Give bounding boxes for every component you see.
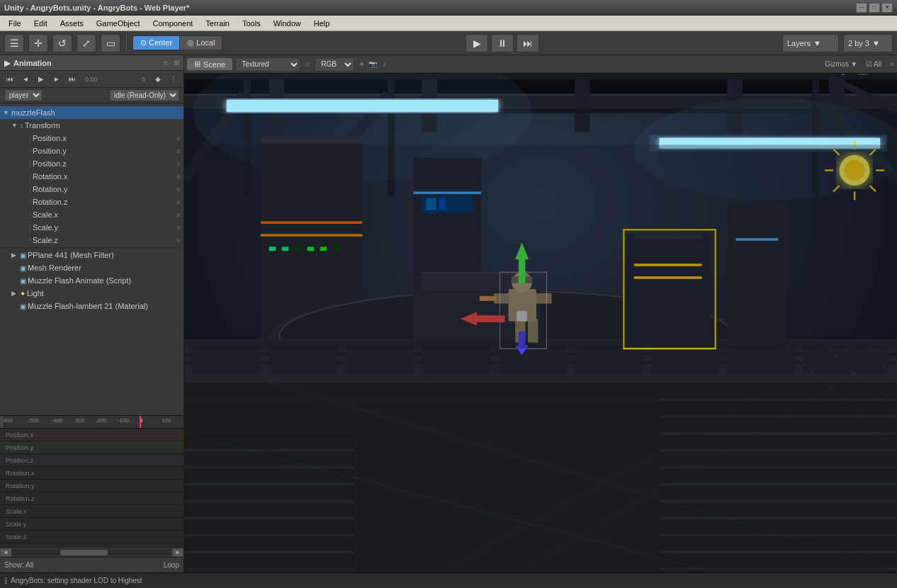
timeline-scrollbar[interactable]: ◄ ► [0, 547, 184, 557]
tree-toggle-light: ▶ [11, 290, 20, 297]
tree-item-scalez[interactable]: └ Scale.z ≡ [0, 234, 184, 247]
tree-item-positionz[interactable]: │ Position.z ≡ [0, 157, 184, 170]
minimize-button[interactable]: ─ [856, 3, 867, 13]
tree-toggle-transform: ▼ [11, 122, 20, 129]
panel-expand-icon[interactable]: ⊞ [174, 59, 179, 67]
menu-component[interactable]: Component [147, 18, 198, 29]
svg-rect-37 [261, 137, 363, 144]
tree-label-meshrenderer: Mesh Renderer [28, 264, 81, 272]
anim-play-button[interactable]: ▶ [34, 73, 48, 86]
svg-rect-80 [422, 344, 490, 374]
hand-tool-button[interactable]: ☰ [4, 34, 24, 52]
play-button[interactable]: ▶ [466, 34, 488, 52]
tree-item-rotationy[interactable]: │ Rotation.y ≡ [0, 183, 184, 196]
track-rotationy: Rotation.y [0, 480, 184, 492]
timeline-playhead[interactable] [140, 416, 141, 428]
scroll-left-button[interactable]: ◄ [0, 548, 11, 557]
svg-text:Z: Z [842, 74, 846, 77]
scroll-thumb[interactable] [60, 550, 108, 555]
scroll-right-button[interactable]: ► [172, 548, 184, 557]
player-select[interactable]: player [4, 89, 43, 101]
center-button[interactable]: ⊙ Center [133, 36, 180, 50]
tree-label-material: Muzzle Flash-lambert 21 (Material) [28, 302, 148, 310]
tree-item-positionx[interactable]: │ Position.x ≡ [0, 132, 184, 145]
anim-next-button[interactable]: ► [50, 73, 64, 86]
anim-key-options-button[interactable]: ⋮ [167, 73, 181, 86]
toolbar-separator-1 [126, 35, 127, 52]
menu-gameobject[interactable]: GameObject [91, 18, 146, 29]
all-gizmos-button[interactable]: ☑ All [866, 60, 881, 68]
tree-item-pplane[interactable]: ▶ ▣ PPlane 441 (Mesh Filter) [0, 249, 184, 261]
main-content: ▶ Animation ≡ ⊞ ⏮ ◄ ▶ ► ⏭ 0:00 5 ◆ ⋮ pla… [0, 55, 897, 572]
scene-viewport[interactable]: Y X Z [184, 74, 897, 572]
tree-item-meshrenderer[interactable]: ▣ Mesh Renderer [0, 261, 184, 274]
panel-menu-icon[interactable]: ≡ [164, 59, 168, 67]
color-mode-select[interactable]: RGB Alpha [315, 57, 354, 72]
step-button[interactable]: ⏭ [517, 34, 539, 52]
tree-label-pplane: PPlane 441 (Mesh Filter) [28, 251, 114, 259]
svg-rect-77 [193, 344, 261, 374]
menu-assets[interactable]: Assets [55, 18, 89, 29]
scene-tab[interactable]: ⊞ Scene [187, 58, 232, 70]
track-scaley: Scale.y [0, 518, 184, 531]
svg-rect-78 [269, 344, 337, 374]
menu-terrain[interactable]: Terrain [200, 18, 235, 29]
scene-toolbar: ⊞ Scene Textured Wireframe Textured Wire… [184, 55, 897, 74]
menu-file[interactable]: File [3, 18, 27, 29]
anim-end-button[interactable]: ⏭ [65, 73, 79, 86]
time-400n: -400 [52, 417, 63, 424]
all-icon: ☑ [866, 60, 872, 68]
tree-label-muzzleflash: muzzleFlash [11, 108, 55, 117]
scale-tool-button[interactable]: ⤢ [77, 34, 96, 52]
menu-bar: File Edit Assets GameObject Component Te… [0, 16, 897, 31]
menu-tools[interactable]: Tools [237, 18, 266, 29]
animation-icon: ▶ [4, 58, 11, 68]
anim-rewind-button[interactable]: ⏮ [3, 73, 17, 86]
state-select[interactable]: idle (Read-Only) [109, 89, 179, 101]
pause-button[interactable]: ⏸ [491, 34, 514, 52]
layers-dropdown[interactable]: Layers ▼ [782, 34, 839, 52]
tree-toggle-muzzleflash: ▼ [3, 109, 11, 116]
meshrenderer-icon: ▣ [20, 264, 26, 272]
tree-item-scalex[interactable]: │ Scale.x ≡ [0, 208, 184, 221]
maximize-button[interactable]: □ [869, 3, 880, 13]
tree-label-transform: Transform [25, 121, 60, 130]
track-positiony: Position.y [0, 441, 184, 454]
menu-edit[interactable]: Edit [28, 18, 53, 29]
gizmos-button[interactable]: Gizmos ▼ [825, 60, 857, 68]
tree-item-material[interactable]: ▣ Muzzle Flash-lambert 21 (Material) [0, 300, 184, 312]
track-handle-icon: ≡ [176, 135, 181, 142]
move-tool-button[interactable]: ✛ [28, 34, 48, 52]
rotate-tool-button[interactable]: ↺ [52, 34, 72, 52]
anim-add-key-button[interactable]: ◆ [151, 73, 165, 86]
material-icon: ▣ [20, 303, 26, 310]
tree-item-positiony[interactable]: │ Position.y ≡ [0, 145, 184, 157]
svg-rect-79 [346, 344, 414, 374]
rect-tool-button[interactable]: ▭ [101, 34, 120, 52]
menu-help[interactable]: Help [308, 18, 336, 29]
menu-window[interactable]: Window [268, 18, 307, 29]
anim-toolbar: ⏮ ◄ ▶ ► ⏭ 0:00 5 ◆ ⋮ [0, 71, 184, 88]
play-controls: ▶ ⏸ ⏭ [466, 34, 539, 52]
layout-dropdown[interactable]: 2 by 3 ▼ [843, 34, 893, 52]
svg-rect-84 [727, 344, 795, 374]
status-bar: ℹ AngryBots: setting shader LOD to Highe… [0, 572, 897, 588]
tree-item-muzzlescript[interactable]: ▣ Muzzle Flash Animate (Script) [0, 274, 184, 287]
timeline-ruler: -600 -500 -400 -300 -200 -100 0 100 [0, 416, 184, 429]
anim-prev-button[interactable]: ◄ [18, 73, 33, 86]
tree-item-transform[interactable]: ▼ ↕ Transform [0, 119, 184, 132]
animation-panel-header: ▶ Animation ≡ ⊞ [0, 55, 184, 71]
render-mode-select[interactable]: Textured Wireframe Textured Wire [235, 57, 300, 72]
local-button[interactable]: ◎ Local [180, 36, 222, 50]
left-panel: ▶ Animation ≡ ⊞ ⏮ ◄ ▶ ► ⏭ 0:00 5 ◆ ⋮ pla… [0, 55, 184, 572]
tree-item-muzzleflash[interactable]: ▼ muzzleFlash [0, 106, 184, 119]
tree-item-rotationx[interactable]: │ Rotation.x ≡ [0, 170, 184, 183]
tree-item-rotationz[interactable]: │ Rotation.z ≡ [0, 196, 184, 208]
tree-item-scaley[interactable]: │ Scale.y ≡ [0, 221, 184, 234]
tree-label-scalex: Scale.x [33, 210, 58, 219]
tree-item-light[interactable]: ▶ ✦ Light [0, 287, 184, 300]
time-100: 100 [162, 417, 171, 424]
tree-label-rotationy: Rotation.y [33, 185, 68, 193]
close-button[interactable]: ✕ [881, 3, 893, 13]
scene-overflow-icon[interactable]: ≡ [890, 60, 894, 68]
